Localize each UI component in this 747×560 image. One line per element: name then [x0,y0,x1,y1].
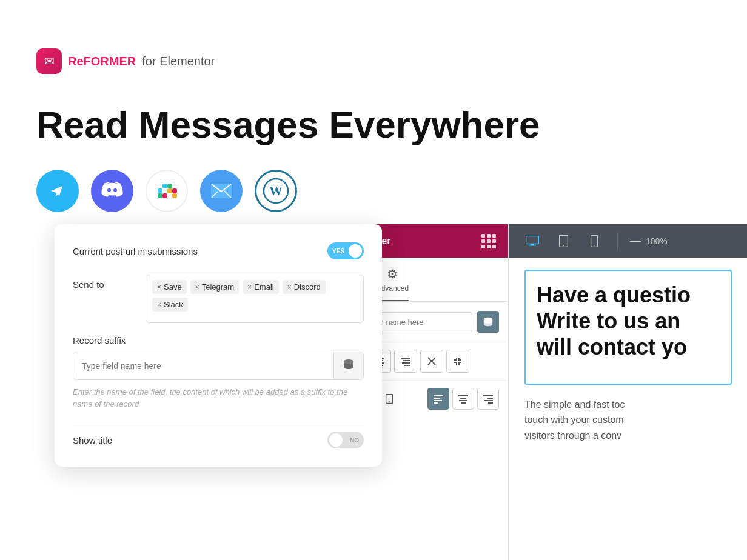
brand-name: ReFORMER [68,55,136,68]
show-title-label: Show title [73,435,112,445]
expand-button[interactable] [420,350,443,373]
toggle-knob [349,244,362,258]
form-name-db-button[interactable] [477,311,499,333]
tag-email-label: Email [254,282,274,292]
svg-rect-34 [434,395,443,396]
tag-save[interactable]: × Save [152,280,187,294]
svg-rect-43 [487,398,493,399]
tag-slack-label: Slack [164,300,183,309]
current-post-url-toggle[interactable]: YES [327,242,364,259]
content-align-controls [427,388,499,410]
record-suffix-input[interactable] [73,354,333,378]
tag-discord-label: Discord [294,282,321,292]
svg-rect-25 [403,360,410,361]
content-align-right-button[interactable] [477,388,499,410]
brand-suffix: for Elementor [142,55,215,68]
send-to-tags-container: × Save × Telegram × Email × Discord × Sl… [146,275,364,323]
send-to-label: Send to [73,275,133,290]
svg-rect-5 [167,184,172,188]
brand-logo-icon: ✉ [36,48,62,74]
tag-slack-remove[interactable]: × [157,301,161,309]
record-suffix-helper: Enter the name of the field, the content… [73,386,364,410]
svg-rect-6 [167,188,172,193]
svg-rect-41 [461,402,466,404]
form-settings-panel: Current post url in submissions YES Send… [55,224,382,467]
slack-icon [146,170,188,212]
svg-rect-3 [162,184,167,188]
svg-rect-7 [172,188,177,193]
preview-body-line1: The simple and fast toc [524,397,732,413]
toggle-yes-label: YES [332,248,344,255]
svg-rect-4 [162,193,167,198]
telegram-icon [36,170,79,212]
toolbar-mobile-button[interactable] [583,230,605,252]
svg-rect-24 [401,358,410,359]
mail-icon [200,170,243,212]
tag-email-remove[interactable]: × [247,283,252,292]
svg-point-52 [594,245,595,246]
svg-point-33 [389,401,390,402]
tag-slack[interactable]: × Slack [152,298,188,312]
preview-area: Have a questio Write to us an will conta… [509,258,747,560]
preview-body-line3: visitors through a conv [524,428,732,444]
align-right-button[interactable] [394,350,417,373]
tablet-device-button[interactable] [380,390,398,408]
tag-save-remove[interactable]: × [157,283,161,292]
grid-dot-3 [492,234,496,238]
svg-rect-38 [458,395,468,396]
svg-rect-2 [158,193,162,198]
record-suffix-db-icon[interactable] [333,352,363,379]
preview-body-text: The simple and fast toc touch with your … [524,397,732,444]
toolbar-divider [617,232,618,250]
tag-telegram-label: Telegram [202,282,234,292]
svg-rect-48 [529,245,536,246]
toolbar-desktop-button[interactable] [521,230,543,252]
svg-rect-42 [483,395,493,396]
record-suffix-label: Record suffix [73,335,364,345]
service-icons-row: W [36,170,711,212]
record-suffix-section: Record suffix Enter the name of the fiel… [73,335,364,410]
wordpress-icon: W [255,170,297,212]
svg-point-50 [563,245,564,246]
content-align-left-button[interactable] [427,388,449,410]
tag-telegram-remove[interactable]: × [195,283,199,292]
svg-rect-44 [484,400,493,401]
svg-rect-1 [158,188,162,193]
current-post-url-row: Current post url in submissions YES [73,242,364,259]
grid-dot-7 [481,245,485,248]
show-title-toggle[interactable]: NO [327,432,364,448]
tag-discord-remove[interactable]: × [287,283,292,292]
zoom-value: 100% [646,236,668,246]
svg-rect-27 [404,365,410,366]
current-post-url-label: Current post url in submissions [73,246,198,256]
svg-rect-39 [460,398,466,399]
grid-menu-icon[interactable] [481,234,496,248]
svg-rect-47 [531,244,534,245]
toolbar-tablet-button[interactable] [552,230,574,252]
preview-heading-line3: will contact yo [537,334,720,360]
grid-dot-9 [492,245,496,248]
svg-rect-26 [402,362,410,364]
record-suffix-input-wrapper [73,352,364,380]
svg-rect-40 [459,400,467,401]
elementor-toolbar: — 100% [509,224,747,258]
toggle-no-label: NO [350,437,359,444]
svg-rect-8 [172,193,177,198]
preview-heading: Have a questio Write to us an will conta… [537,282,720,361]
zoom-minus-button[interactable]: — [630,235,641,247]
advanced-tab-icon: ⚙ [387,267,398,281]
grid-dot-1 [481,234,485,238]
discord-icon [91,170,133,212]
tag-telegram[interactable]: × Telegram [190,280,239,294]
content-align-center-button[interactable] [452,388,474,410]
toggle-no-knob [329,433,343,447]
grid-dot-4 [481,239,485,243]
svg-rect-35 [434,398,440,399]
collapse-button[interactable] [446,350,469,373]
preview-heading-line1: Have a questio [537,282,720,308]
grid-dot-5 [487,239,491,243]
svg-rect-46 [526,236,539,244]
svg-rect-36 [434,400,442,401]
tag-email[interactable]: × Email [243,280,279,294]
tag-discord[interactable]: × Discord [283,280,326,294]
